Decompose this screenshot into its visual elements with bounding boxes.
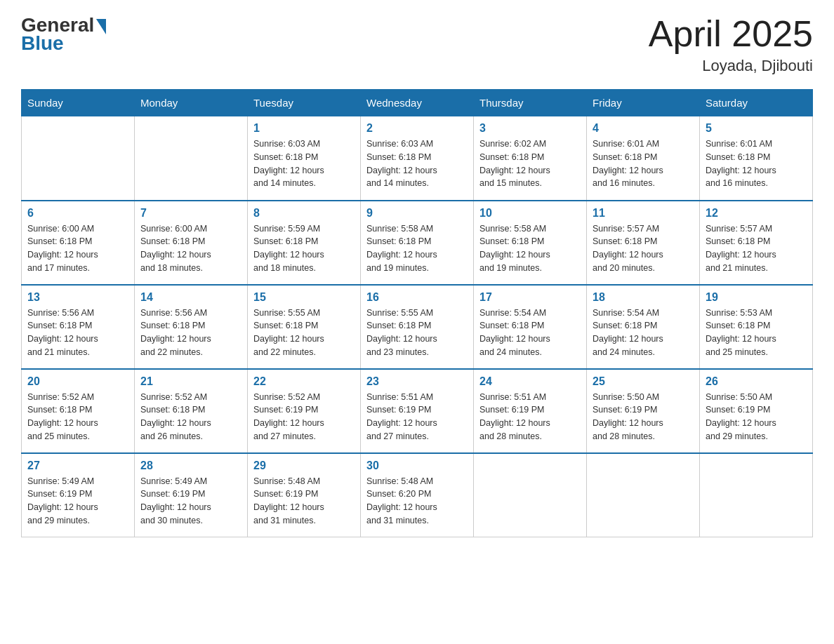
day-info: Sunrise: 5:52 AM Sunset: 6:18 PM Dayligh… (140, 391, 241, 443)
day-number: 13 (27, 291, 128, 304)
day-info: Sunrise: 5:58 AM Sunset: 6:18 PM Dayligh… (479, 222, 581, 275)
days-of-week-row: Sunday Monday Tuesday Wednesday Thursday… (22, 90, 813, 116)
day-number: 11 (593, 207, 694, 220)
calendar-cell: 1Sunrise: 6:03 AM Sunset: 6:18 PM Daylig… (248, 116, 361, 201)
day-number: 22 (253, 375, 355, 388)
day-number: 30 (366, 459, 468, 472)
day-info: Sunrise: 6:03 AM Sunset: 6:18 PM Dayligh… (253, 137, 355, 190)
day-info: Sunrise: 5:55 AM Sunset: 6:18 PM Dayligh… (253, 307, 355, 359)
calendar-cell: 26Sunrise: 5:50 AM Sunset: 6:19 PM Dayli… (700, 369, 813, 453)
location-text: Loyada, Djibouti (649, 57, 813, 75)
month-title: April 2025 (649, 14, 813, 54)
day-number: 6 (27, 207, 128, 220)
day-number: 12 (706, 207, 807, 220)
day-info: Sunrise: 5:52 AM Sunset: 6:18 PM Dayligh… (27, 391, 128, 443)
calendar-cell: 9Sunrise: 5:58 AM Sunset: 6:18 PM Daylig… (361, 201, 474, 285)
calendar-cell: 28Sunrise: 5:49 AM Sunset: 6:19 PM Dayli… (135, 453, 248, 537)
calendar-cell: 29Sunrise: 5:48 AM Sunset: 6:19 PM Dayli… (248, 453, 361, 537)
day-info: Sunrise: 5:50 AM Sunset: 6:19 PM Dayligh… (593, 391, 694, 443)
day-number: 20 (27, 375, 128, 388)
day-info: Sunrise: 6:02 AM Sunset: 6:18 PM Dayligh… (479, 137, 581, 190)
calendar-cell: 10Sunrise: 5:58 AM Sunset: 6:18 PM Dayli… (474, 201, 587, 285)
day-number: 14 (140, 291, 241, 304)
col-sunday: Sunday (22, 90, 135, 116)
calendar-cell: 11Sunrise: 5:57 AM Sunset: 6:18 PM Dayli… (587, 201, 700, 285)
day-number: 18 (593, 291, 694, 304)
day-info: Sunrise: 6:03 AM Sunset: 6:18 PM Dayligh… (366, 137, 468, 190)
day-number: 28 (140, 459, 241, 472)
day-number: 10 (479, 207, 581, 220)
day-number: 27 (27, 459, 128, 472)
day-info: Sunrise: 5:56 AM Sunset: 6:18 PM Dayligh… (27, 307, 128, 359)
calendar-week-row: 20Sunrise: 5:52 AM Sunset: 6:18 PM Dayli… (22, 369, 813, 453)
calendar-cell (587, 453, 700, 537)
day-number: 19 (706, 291, 807, 304)
calendar-cell: 4Sunrise: 6:01 AM Sunset: 6:18 PM Daylig… (587, 116, 700, 201)
day-info: Sunrise: 5:54 AM Sunset: 6:18 PM Dayligh… (593, 307, 694, 359)
day-number: 26 (706, 375, 807, 388)
calendar-cell: 2Sunrise: 6:03 AM Sunset: 6:18 PM Daylig… (361, 116, 474, 201)
col-wednesday: Wednesday (361, 90, 474, 116)
calendar-cell (22, 116, 135, 201)
calendar-body: 1Sunrise: 6:03 AM Sunset: 6:18 PM Daylig… (22, 116, 813, 537)
day-number: 2 (366, 122, 468, 135)
day-info: Sunrise: 5:54 AM Sunset: 6:18 PM Dayligh… (479, 307, 581, 359)
day-number: 25 (593, 375, 694, 388)
calendar-cell: 16Sunrise: 5:55 AM Sunset: 6:18 PM Dayli… (361, 285, 474, 369)
day-number: 17 (479, 291, 581, 304)
logo-triangle-icon (96, 19, 106, 34)
calendar-cell (135, 116, 248, 201)
day-info: Sunrise: 5:53 AM Sunset: 6:18 PM Dayligh… (706, 307, 807, 359)
col-thursday: Thursday (474, 90, 587, 116)
calendar-cell: 17Sunrise: 5:54 AM Sunset: 6:18 PM Dayli… (474, 285, 587, 369)
page-header: General Blue April 2025 Loyada, Djibouti (21, 14, 813, 75)
day-number: 7 (140, 207, 241, 220)
day-info: Sunrise: 5:49 AM Sunset: 6:19 PM Dayligh… (140, 475, 241, 528)
calendar-cell: 18Sunrise: 5:54 AM Sunset: 6:18 PM Dayli… (587, 285, 700, 369)
col-monday: Monday (135, 90, 248, 116)
calendar-cell: 24Sunrise: 5:51 AM Sunset: 6:19 PM Dayli… (474, 369, 587, 453)
logo-blue-text: Blue (21, 32, 64, 55)
day-info: Sunrise: 6:00 AM Sunset: 6:18 PM Dayligh… (140, 222, 241, 275)
calendar-cell (474, 453, 587, 537)
calendar-cell: 21Sunrise: 5:52 AM Sunset: 6:18 PM Dayli… (135, 369, 248, 453)
day-info: Sunrise: 6:01 AM Sunset: 6:18 PM Dayligh… (706, 137, 807, 190)
day-info: Sunrise: 6:01 AM Sunset: 6:18 PM Dayligh… (593, 137, 694, 190)
day-number: 9 (366, 207, 468, 220)
day-number: 1 (253, 122, 355, 135)
day-info: Sunrise: 5:52 AM Sunset: 6:19 PM Dayligh… (253, 391, 355, 443)
day-info: Sunrise: 5:50 AM Sunset: 6:19 PM Dayligh… (706, 391, 807, 443)
calendar-cell: 19Sunrise: 5:53 AM Sunset: 6:18 PM Dayli… (700, 285, 813, 369)
day-info: Sunrise: 5:55 AM Sunset: 6:18 PM Dayligh… (366, 307, 468, 359)
day-number: 24 (479, 375, 581, 388)
calendar-cell: 13Sunrise: 5:56 AM Sunset: 6:18 PM Dayli… (22, 285, 135, 369)
calendar-cell: 27Sunrise: 5:49 AM Sunset: 6:19 PM Dayli… (22, 453, 135, 537)
day-number: 4 (593, 122, 694, 135)
calendar-cell: 8Sunrise: 5:59 AM Sunset: 6:18 PM Daylig… (248, 201, 361, 285)
day-info: Sunrise: 5:57 AM Sunset: 6:18 PM Dayligh… (593, 222, 694, 275)
calendar-week-row: 6Sunrise: 6:00 AM Sunset: 6:18 PM Daylig… (22, 201, 813, 285)
day-info: Sunrise: 5:49 AM Sunset: 6:19 PM Dayligh… (27, 475, 128, 528)
calendar-cell: 25Sunrise: 5:50 AM Sunset: 6:19 PM Dayli… (587, 369, 700, 453)
day-number: 5 (706, 122, 807, 135)
day-info: Sunrise: 5:59 AM Sunset: 6:18 PM Dayligh… (253, 222, 355, 275)
calendar-week-row: 13Sunrise: 5:56 AM Sunset: 6:18 PM Dayli… (22, 285, 813, 369)
calendar-cell: 22Sunrise: 5:52 AM Sunset: 6:19 PM Dayli… (248, 369, 361, 453)
day-number: 3 (479, 122, 581, 135)
calendar-table: Sunday Monday Tuesday Wednesday Thursday… (21, 89, 813, 537)
calendar-cell: 7Sunrise: 6:00 AM Sunset: 6:18 PM Daylig… (135, 201, 248, 285)
day-info: Sunrise: 5:56 AM Sunset: 6:18 PM Dayligh… (140, 307, 241, 359)
calendar-cell: 15Sunrise: 5:55 AM Sunset: 6:18 PM Dayli… (248, 285, 361, 369)
calendar-cell: 12Sunrise: 5:57 AM Sunset: 6:18 PM Dayli… (700, 201, 813, 285)
calendar-cell: 23Sunrise: 5:51 AM Sunset: 6:19 PM Dayli… (361, 369, 474, 453)
logo: General Blue (21, 14, 106, 55)
title-section: April 2025 Loyada, Djibouti (649, 14, 813, 75)
day-number: 15 (253, 291, 355, 304)
day-number: 29 (253, 459, 355, 472)
calendar-cell: 30Sunrise: 5:48 AM Sunset: 6:20 PM Dayli… (361, 453, 474, 537)
calendar-cell: 20Sunrise: 5:52 AM Sunset: 6:18 PM Dayli… (22, 369, 135, 453)
day-info: Sunrise: 6:00 AM Sunset: 6:18 PM Dayligh… (27, 222, 128, 275)
col-friday: Friday (587, 90, 700, 116)
day-number: 23 (366, 375, 468, 388)
day-info: Sunrise: 5:58 AM Sunset: 6:18 PM Dayligh… (366, 222, 468, 275)
